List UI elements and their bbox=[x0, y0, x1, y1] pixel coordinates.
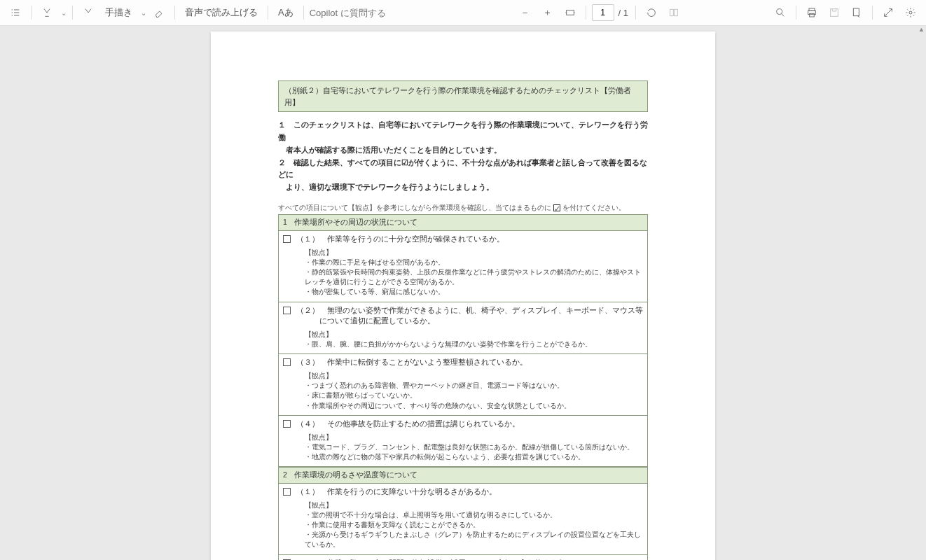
svg-rect-8 bbox=[853, 8, 859, 16]
chevron-down-icon[interactable]: ⌄ bbox=[61, 9, 67, 17]
intro-text: １ このチェックリストは、自宅等においてテレワークを行う際の作業環境について、テ… bbox=[278, 119, 648, 194]
separator bbox=[872, 6, 873, 20]
checklist-row: （２） 作業の際に、窓の開閉や換気設備の活用により、空気の入れ換えを行っているか… bbox=[279, 555, 647, 560]
fullscreen-icon[interactable] bbox=[878, 3, 898, 22]
checkbox[interactable] bbox=[283, 307, 291, 314]
instruction-note: すべての項目について【観点】を参考にしながら作業環境を確認し、当てはまるものに … bbox=[278, 202, 648, 213]
document-viewport[interactable]: ▲ （別紙２）自宅等においてテレワークを行う際の作業環境を確認するためのチェック… bbox=[0, 26, 926, 560]
separator bbox=[635, 6, 636, 20]
checklist-row: （４） その他事故を防止するための措置は講じられているか。 【観点】 電気コード… bbox=[279, 416, 647, 466]
section-1-items: （１） 作業等を行うのに十分な空間が確保されているか。 【観点】 作業の際に手足… bbox=[278, 231, 648, 467]
settings-icon[interactable] bbox=[901, 3, 920, 22]
page-view-icon[interactable] bbox=[664, 3, 684, 22]
svg-point-3 bbox=[777, 9, 782, 15]
read-aloud-button[interactable]: 音声で読み上げる bbox=[181, 6, 262, 19]
section-2-header: 2作業環境の明るさや温度等について bbox=[278, 467, 648, 484]
svg-rect-6 bbox=[810, 13, 815, 17]
draw-icon[interactable] bbox=[78, 3, 98, 22]
pdf-page: （別紙２）自宅等においてテレワークを行う際の作業環境を確認するためのチェックリス… bbox=[211, 31, 715, 560]
separator bbox=[268, 6, 268, 20]
checklist-row: （２） 無理のない姿勢で作業ができるように、机、椅子や、ディスプレイ、キーボード… bbox=[279, 302, 647, 355]
checkbox[interactable] bbox=[283, 358, 291, 366]
search-icon[interactable] bbox=[770, 3, 790, 22]
checklist-row: （１） 作業を行うのに支障ない十分な明るさがあるか。 【観点】 室の照明で不十分… bbox=[279, 484, 647, 555]
zoom-in-icon[interactable]: ＋ bbox=[538, 3, 558, 22]
separator bbox=[303, 6, 304, 20]
section-1-header: 1作業場所やその周辺の状況について bbox=[278, 214, 648, 231]
svg-rect-4 bbox=[809, 8, 815, 10]
chevron-down-icon[interactable]: ⌄ bbox=[141, 9, 146, 17]
annotate-icon[interactable] bbox=[847, 3, 866, 22]
scroll-up-icon[interactable]: ▲ bbox=[918, 26, 925, 33]
svg-rect-7 bbox=[831, 9, 838, 17]
save-icon[interactable] bbox=[824, 3, 844, 22]
erase-icon[interactable] bbox=[149, 3, 169, 22]
pdf-toolbar: ⌄ 手描き ⌄ 音声で読み上げる Aあ − ＋ / 1 bbox=[0, 0, 926, 26]
separator bbox=[72, 6, 73, 20]
separator bbox=[796, 6, 796, 20]
svg-rect-0 bbox=[566, 10, 574, 15]
svg-rect-1 bbox=[670, 9, 674, 15]
svg-rect-2 bbox=[675, 9, 678, 15]
fit-width-icon[interactable] bbox=[560, 3, 580, 22]
highlight-icon[interactable] bbox=[37, 3, 57, 22]
checklist-row: （１） 作業等を行うのに十分な空間が確保されているか。 【観点】 作業の際に手足… bbox=[279, 231, 647, 302]
document-title: （別紙２）自宅等においてテレワークを行う際の作業環境を確認するためのチェックリス… bbox=[278, 80, 648, 112]
print-icon[interactable] bbox=[802, 3, 822, 22]
copilot-input[interactable] bbox=[310, 8, 429, 18]
rotate-icon[interactable] bbox=[642, 3, 661, 22]
checkbox[interactable] bbox=[283, 488, 291, 496]
section-2-items: （１） 作業を行うのに支障ない十分な明るさがあるか。 【観点】 室の照明で不十分… bbox=[278, 484, 648, 560]
translate-button[interactable]: Aあ bbox=[274, 6, 298, 19]
svg-point-9 bbox=[909, 11, 912, 14]
contents-icon[interactable] bbox=[6, 3, 25, 22]
draw-label[interactable]: 手描き bbox=[101, 6, 137, 19]
page-number-input[interactable] bbox=[592, 4, 614, 21]
checkbox[interactable] bbox=[283, 235, 291, 243]
separator bbox=[586, 6, 586, 20]
separator bbox=[31, 6, 32, 20]
zoom-out-icon[interactable]: − bbox=[516, 3, 535, 22]
checklist-row: （３） 作業中に転倒することがないよう整理整頓されているか。 【観点】 つまづく… bbox=[279, 354, 647, 416]
page-total: / 1 bbox=[617, 8, 630, 18]
checkbox[interactable] bbox=[283, 420, 291, 428]
separator bbox=[174, 6, 175, 20]
